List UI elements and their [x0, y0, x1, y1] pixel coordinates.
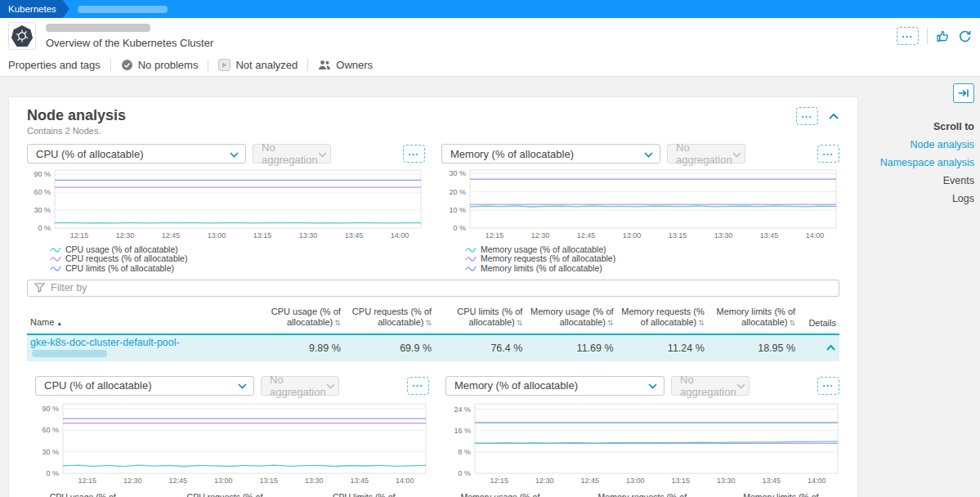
node-memory-chart[interactable]: 0 %8 %16 %24 %12:1512:3012:4513:0013:151…: [447, 401, 843, 486]
svg-text:13:15: 13:15: [671, 477, 690, 485]
scroll-to-title: Scroll to: [852, 121, 974, 132]
chevron-down-icon: [732, 148, 741, 160]
column-header-memory-usage[interactable]: Memory usage (% of allocatable)⇅: [526, 305, 616, 334]
svg-text:0 %: 0 %: [458, 469, 471, 477]
breadcrumb-entity-redacted[interactable]: [78, 6, 168, 13]
node-memory-metric-select[interactable]: Memory (% of allocatable): [445, 376, 665, 396]
legend-item[interactable]: Memory requests (% of allocatable): [584, 492, 709, 497]
svg-text:12:30: 12:30: [531, 231, 550, 240]
legend-item[interactable]: Memory usage (% of allocatable): [465, 244, 841, 254]
svg-text:12:45: 12:45: [162, 231, 181, 240]
kubernetes-entity-icon-box: [8, 22, 36, 50]
svg-text:20 %: 20 %: [449, 188, 466, 196]
memory-metric-select[interactable]: Memory (% of allocatable): [441, 144, 660, 163]
legend-item[interactable]: Memory usage (% of allocatable): [447, 492, 563, 497]
node-cpu-chart[interactable]: 0 %30 %60 %90 %12:1512:3012:4513:0013:15…: [35, 401, 431, 486]
svg-text:10 %: 10 %: [449, 206, 466, 214]
memory-metric-select-value: Memory (% of allocatable): [450, 148, 574, 160]
series-line-icon: [465, 245, 477, 253]
svg-text:12:30: 12:30: [535, 477, 554, 485]
card-more-actions-button[interactable]: •••: [796, 107, 818, 125]
scroll-link-logs[interactable]: Logs: [852, 193, 974, 204]
svg-text:13:45: 13:45: [760, 231, 779, 240]
svg-text:90 %: 90 %: [42, 405, 59, 413]
cpu-limits-value: 76.4 %: [435, 334, 526, 361]
node-name-redacted: [32, 350, 107, 357]
filter-input[interactable]: [51, 282, 832, 293]
legend-item[interactable]: CPU usage (% of allocatable): [35, 492, 151, 497]
legend-item[interactable]: CPU usage (% of allocatable): [50, 244, 426, 254]
svg-text:14:00: 14:00: [396, 477, 414, 485]
legend-item[interactable]: CPU requests (% of allocatable): [50, 254, 426, 264]
column-header-cpu-requests[interactable]: CPU requests (% of allocatable)⇅: [344, 305, 435, 334]
aggregation-value: No aggregation: [676, 141, 732, 166]
svg-text:12:45: 12:45: [580, 477, 599, 485]
top-navigation-bar: Kubernetes: [0, 0, 980, 18]
legend-label: CPU limits (% of allocatable): [333, 492, 431, 497]
node-cpu-chart-menu-button[interactable]: •••: [407, 377, 429, 395]
legend-label: CPU usage (% of allocatable): [50, 492, 151, 497]
refresh-icon[interactable]: [958, 29, 972, 43]
owners-label: Owners: [336, 59, 373, 71]
memory-limits-value: 18.95 %: [708, 334, 799, 361]
collapse-rail-button[interactable]: [953, 83, 974, 103]
legend-label: Memory requests (% of allocatable): [481, 253, 615, 263]
memory-aggregation-select-disabled: No aggregation: [667, 144, 745, 163]
expanded-node-details: CPU (% of allocatable) No aggregation ••…: [35, 376, 839, 497]
cpu-requests-value: 69.9 %: [344, 334, 435, 361]
legend-label: CPU usage (% of allocatable): [65, 244, 178, 254]
column-header-cpu-limits[interactable]: CPU limits (% of allocatable)⇅: [435, 305, 526, 334]
svg-text:12:15: 12:15: [78, 477, 96, 485]
entity-more-actions-button[interactable]: •••: [897, 27, 919, 45]
not-analyzed-button[interactable]: Not analyzed: [208, 59, 307, 71]
properties-and-tags-label: Properties and tags: [8, 59, 101, 71]
chevron-down-icon: [326, 379, 335, 392]
column-header-memory-requests[interactable]: Memory requests (% of allocatable)⇅: [617, 305, 708, 334]
svg-text:13:00: 13:00: [626, 477, 645, 485]
legend-label: Memory usage (% of allocatable): [460, 492, 563, 497]
node-name-link[interactable]: gke-k8s-doc-cluster-default-pool-: [30, 337, 180, 360]
check-circle-icon: [121, 59, 133, 71]
breadcrumb-kubernetes[interactable]: Kubernetes: [0, 0, 69, 18]
legend-item[interactable]: Memory limits (% of allocatable): [730, 492, 843, 497]
sort-icon: ⇅: [698, 319, 705, 327]
legend-label: CPU limits (% of allocatable): [65, 263, 174, 273]
column-header-memory-limits[interactable]: Memory limits (% of allocatable)⇅: [708, 305, 799, 334]
memory-chart-menu-button[interactable]: •••: [817, 145, 839, 163]
cpu-chart-menu-button[interactable]: •••: [403, 145, 425, 163]
row-collapse-chevron-icon[interactable]: [799, 334, 839, 361]
column-header-name[interactable]: Name▲: [27, 305, 253, 334]
node-cpu-metric-select[interactable]: CPU (% of allocatable): [35, 376, 254, 396]
svg-text:13:30: 13:30: [305, 477, 324, 485]
column-header-cpu-usage[interactable]: CPU usage (% of allocatable)⇅: [253, 305, 344, 334]
legend-item[interactable]: Memory limits (% of allocatable): [465, 263, 841, 273]
scroll-link-node-analysis[interactable]: Node analysis: [852, 139, 974, 150]
feedback-thumbs-up-icon[interactable]: [936, 29, 950, 43]
no-problems-label: No problems: [138, 59, 199, 71]
scroll-link-namespace-analysis[interactable]: Namespace analysis: [852, 157, 974, 168]
cpu-cluster-chart[interactable]: 0 %30 %60 %90 %12:1512:3012:4513:0013:15…: [27, 167, 426, 240]
node-cpu-aggregation-select-disabled: No aggregation: [261, 376, 339, 396]
svg-text:60 %: 60 %: [42, 426, 59, 434]
legend-item[interactable]: CPU requests (% of allocatable): [172, 492, 297, 497]
series-line-icon: [50, 264, 61, 272]
svg-text:12:15: 12:15: [486, 231, 504, 240]
memory-usage-value: 11.69 %: [526, 334, 616, 361]
scroll-link-events[interactable]: Events: [852, 175, 974, 186]
svg-text:14:00: 14:00: [808, 477, 826, 485]
owners-people-icon: [318, 60, 331, 70]
memory-cluster-chart[interactable]: 0 %10 %20 %30 %12:1512:3012:4513:0013:15…: [442, 167, 841, 240]
node-memory-chart-menu-button[interactable]: •••: [817, 377, 839, 395]
legend-item[interactable]: CPU limits (% of allocatable): [318, 492, 431, 497]
sort-icon: ⇅: [790, 319, 796, 327]
node-cpu-chart-legend: CPU usage (% of allocatable) CPU request…: [35, 492, 431, 497]
owners-button[interactable]: Owners: [308, 59, 383, 71]
no-problems-button[interactable]: No problems: [111, 59, 208, 71]
cpu-metric-select[interactable]: CPU (% of allocatable): [27, 144, 246, 163]
svg-text:60 %: 60 %: [34, 188, 51, 196]
svg-text:13:00: 13:00: [214, 477, 233, 485]
properties-and-tags-button[interactable]: Properties and tags: [8, 59, 110, 71]
legend-item[interactable]: CPU limits (% of allocatable): [50, 263, 426, 273]
card-collapse-chevron-icon[interactable]: [828, 109, 839, 123]
legend-item[interactable]: Memory requests (% of allocatable): [465, 254, 841, 264]
